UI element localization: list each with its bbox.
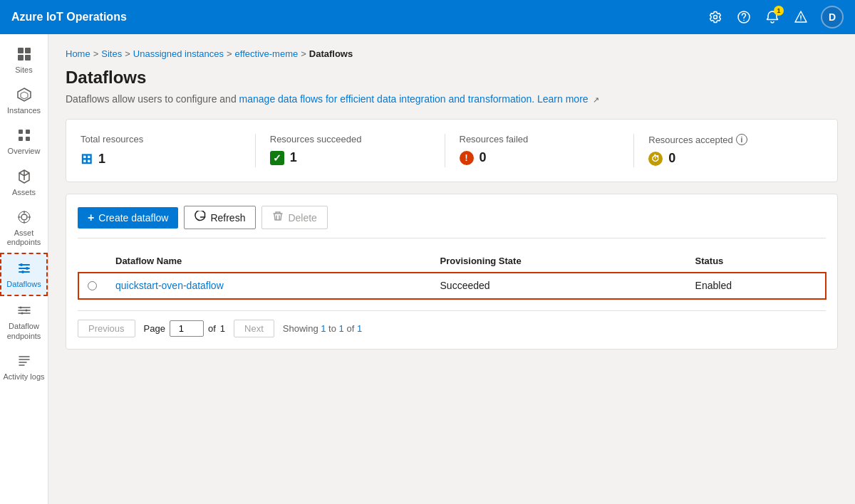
dataflow-endpoints-icon: [16, 302, 33, 319]
learn-more-link[interactable]: Learn more: [537, 93, 589, 105]
refresh-button[interactable]: Refresh: [184, 206, 256, 229]
previous-button[interactable]: Previous: [78, 320, 135, 337]
svg-rect-6: [25, 55, 31, 61]
svg-point-16: [26, 267, 28, 270]
refresh-icon: [195, 211, 206, 224]
dataflows-icon: [16, 260, 33, 277]
pagination: Previous Page of 1 Next Showing 1 to 1 o…: [78, 310, 826, 337]
main-layout: Sites Instances Overview: [0, 34, 855, 504]
svg-rect-9: [19, 130, 23, 134]
page-showing: Showing 1 to 1 of 1: [283, 323, 362, 334]
breadcrumb-unassigned-instances[interactable]: Unassigned instances: [133, 48, 224, 59]
sidebar-item-overview[interactable]: Overview: [0, 121, 48, 162]
svg-rect-3: [18, 48, 24, 53]
asset-endpoints-icon: [16, 209, 33, 226]
col-dataflow-name: Dataflow Name: [107, 250, 432, 273]
page-input[interactable]: [170, 320, 204, 337]
delete-button[interactable]: Delete: [261, 206, 327, 229]
sidebar-item-activity-logs[interactable]: Activity logs: [0, 347, 48, 387]
row-provisioning-state: Succeeded: [432, 273, 687, 299]
notifications-icon[interactable]: 1: [764, 9, 781, 26]
sites-icon: [16, 46, 33, 63]
svg-point-20: [21, 313, 23, 315]
toolbar: + Create dataflow Refresh: [78, 206, 826, 238]
sidebar-item-dataflows-label: Dataflows: [6, 280, 41, 289]
sidebar-item-dataflow-endpoints[interactable]: Dataflow endpoints: [0, 296, 48, 346]
sidebar-item-sites[interactable]: Sites: [0, 40, 48, 80]
total-pages: 1: [220, 323, 225, 334]
sidebar-item-overview-label: Overview: [8, 147, 41, 156]
stat-resources-accepted-label: Resources accepted i: [648, 134, 809, 145]
sidebar-item-asset-endpoints-label: Asset endpoints: [3, 229, 45, 247]
svg-rect-12: [26, 137, 30, 141]
failed-icon: !: [460, 151, 474, 165]
row-radio[interactable]: [88, 281, 97, 290]
create-dataflow-button[interactable]: + Create dataflow: [78, 207, 178, 229]
page-description: Dataflows allow users to configure and m…: [66, 93, 838, 105]
stat-resources-succeeded-label: Resources succeeded: [270, 134, 430, 145]
total-resources-icon: ⊞: [81, 150, 93, 167]
stat-resources-succeeded-value: ✓ 1: [270, 150, 430, 165]
top-navigation: Azure IoT Operations 1: [0, 0, 855, 34]
alerts-icon[interactable]: [792, 9, 809, 26]
sidebar-item-sites-label: Sites: [15, 65, 32, 75]
stats-card: Total resources ⊞ 1 Resources succeeded …: [66, 119, 838, 182]
stat-resources-accepted: Resources accepted i ⏱ 0: [634, 134, 823, 167]
dataflow-link[interactable]: quickstart-oven-dataflow: [115, 280, 224, 291]
sidebar-item-instances[interactable]: Instances: [0, 80, 48, 121]
resources-accepted-number: 0: [668, 151, 675, 166]
row-radio-cell[interactable]: [78, 273, 107, 299]
svg-point-19: [25, 310, 27, 312]
help-icon[interactable]: [735, 9, 752, 26]
external-link-icon: ↗: [593, 95, 599, 104]
description-link[interactable]: manage data flows for efficient data int…: [239, 93, 535, 105]
stat-total-resources: Total resources ⊞ 1: [81, 134, 256, 167]
row-status: Enabled: [687, 273, 826, 299]
notification-badge: 1: [774, 6, 784, 16]
breadcrumb-home[interactable]: Home: [66, 48, 90, 59]
stat-total-resources-label: Total resources: [81, 134, 241, 145]
col-provisioning-state: Provisioning State: [432, 250, 687, 273]
table-row[interactable]: quickstart-oven-dataflow Succeeded Enabl…: [78, 273, 826, 299]
next-button[interactable]: Next: [234, 320, 274, 337]
svg-point-2: [800, 19, 802, 21]
create-label: Create dataflow: [98, 212, 168, 224]
settings-icon[interactable]: [707, 9, 724, 26]
stat-resources-failed-label: Resources failed: [460, 134, 620, 145]
breadcrumb-effective-meme[interactable]: effective-meme: [235, 48, 299, 59]
sidebar-item-assets-label: Assets: [12, 188, 36, 197]
description-static: Dataflows allow users to configure and: [66, 93, 239, 105]
sidebar-item-activity-logs-label: Activity logs: [3, 372, 44, 382]
page-label: Page: [144, 323, 165, 334]
refresh-label: Refresh: [210, 212, 245, 224]
instances-icon: [16, 86, 33, 103]
total-resources-number: 1: [98, 152, 105, 167]
delete-icon: [272, 211, 284, 224]
assets-icon: [16, 168, 33, 185]
stat-resources-failed: Resources failed ! 0: [445, 134, 635, 167]
resources-succeeded-number: 1: [290, 150, 297, 165]
stat-resources-accepted-value: ⏱ 0: [648, 151, 809, 166]
accepted-icon: ⏱: [648, 152, 663, 166]
overview-icon: [16, 127, 33, 144]
svg-point-15: [20, 263, 23, 266]
create-icon: +: [88, 211, 94, 224]
row-dataflow-name: quickstart-oven-dataflow: [107, 273, 432, 299]
data-table: Dataflow Name Provisioning State Status: [78, 250, 826, 299]
breadcrumb-sites[interactable]: Sites: [101, 48, 122, 59]
activity-logs-icon: [16, 352, 33, 369]
stat-resources-succeeded: Resources succeeded ✓ 1: [256, 134, 445, 167]
svg-point-17: [21, 271, 24, 273]
sidebar-item-assets[interactable]: Assets: [0, 162, 48, 203]
avatar[interactable]: D: [821, 6, 844, 28]
of-label: of: [208, 323, 216, 334]
breadcrumb-current: Dataflows: [309, 48, 353, 59]
page-input-wrap: Page of 1: [144, 320, 225, 337]
sidebar-item-asset-endpoints[interactable]: Asset endpoints: [0, 203, 48, 253]
sidebar-item-dataflows[interactable]: Dataflows: [0, 253, 48, 296]
nav-icons: 1 D: [707, 6, 844, 28]
info-icon[interactable]: i: [736, 134, 747, 145]
col-select: [78, 250, 107, 273]
svg-rect-10: [26, 130, 30, 134]
sidebar-item-dataflow-endpoints-label: Dataflow endpoints: [3, 322, 45, 340]
